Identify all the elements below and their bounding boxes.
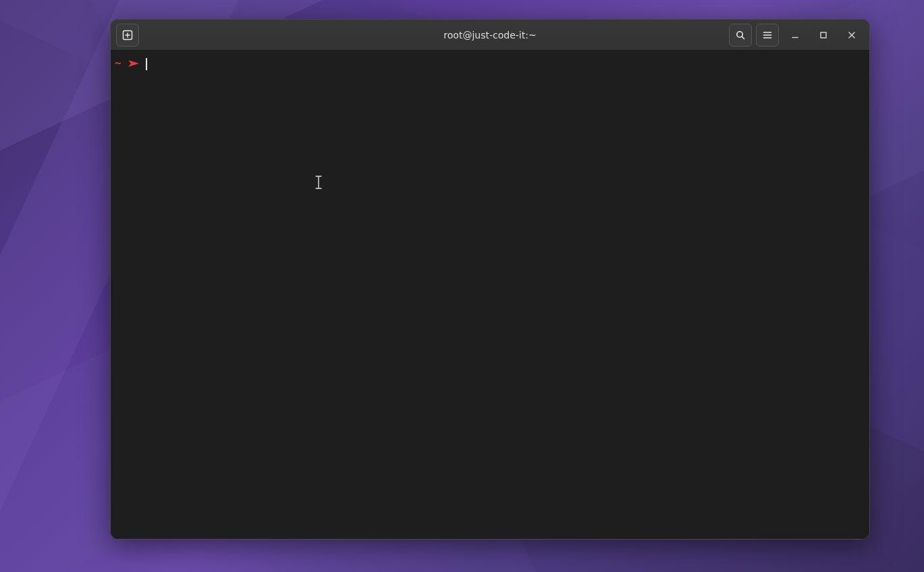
terminal-viewport[interactable]: ~ [111,51,869,539]
svg-line-4 [742,36,744,38]
prompt-arrow-icon [128,59,144,68]
terminal-window: root@just-code-it:~ [110,19,870,540]
prompt-line: ~ [115,56,865,71]
titlebar-left-controls [111,24,139,47]
close-icon [847,30,857,40]
svg-rect-9 [821,32,826,38]
new-tab-icon [122,30,133,41]
menu-button[interactable] [756,24,779,47]
maximize-icon [819,30,828,40]
minimize-button[interactable] [783,24,807,47]
search-button[interactable] [729,24,752,47]
hamburger-menu-icon [762,30,773,41]
maximize-button[interactable] [811,24,836,47]
minimize-icon [790,30,800,40]
new-tab-button[interactable] [116,24,139,47]
window-titlebar[interactable]: root@just-code-it:~ [111,20,869,51]
text-cursor [146,58,147,70]
close-button[interactable] [840,24,864,47]
prompt-path: ~ [115,56,128,71]
search-icon [735,30,746,41]
titlebar-right-controls [729,24,869,47]
svg-marker-12 [128,60,139,67]
mouse-ibeam-cursor-icon [315,176,322,189]
